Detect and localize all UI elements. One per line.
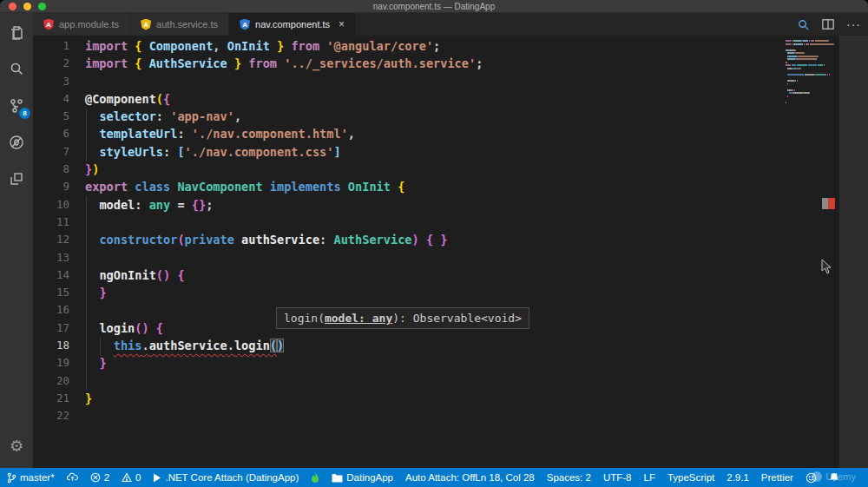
status-label: master* <box>20 472 55 483</box>
status-datingapp[interactable]: DatingApp <box>332 472 393 483</box>
status-publish-icon[interactable] <box>67 472 78 483</box>
close-window-button[interactable] <box>9 3 16 10</box>
bell-icon <box>829 472 839 484</box>
line-text: @Component({ <box>69 90 170 108</box>
line-text <box>69 372 85 390</box>
tab-label: nav.component.ts <box>255 19 330 30</box>
status-master[interactable]: master* <box>7 472 55 484</box>
code-line[interactable]: 5 selector: 'app-nav', <box>33 108 868 125</box>
smiley-icon <box>806 472 817 484</box>
code-line[interactable]: 21} <box>33 390 868 407</box>
zoom-window-button[interactable] <box>38 3 46 10</box>
code-line[interactable]: 4@Component({ <box>33 90 868 108</box>
line-number: 11 <box>33 214 69 231</box>
tab-app.module.ts[interactable]: Aapp.module.ts <box>33 13 130 36</box>
status-auto-attach-off[interactable]: Auto Attach: Off <box>405 472 475 483</box>
status-label: 2 <box>104 472 109 483</box>
line-number: 17 <box>33 319 69 337</box>
branch-icon <box>7 472 16 484</box>
status-smiley-icon[interactable] <box>806 472 817 484</box>
status-net-core-attach-datingapp[interactable]: .NET Core Attach (DatingApp) <box>153 472 299 483</box>
line-number: 14 <box>33 267 69 284</box>
code-line[interactable]: 18 this.authService.login() <box>33 337 868 354</box>
line-number: 21 <box>33 390 69 407</box>
tab-label: auth.service.ts <box>156 19 218 30</box>
line-text: } <box>69 354 107 372</box>
code-line[interactable]: 20 <box>33 372 868 390</box>
tab-nav.component.ts[interactable]: Anav.component.ts× <box>229 13 356 36</box>
line-text: constructor(private authService: AuthSer… <box>69 231 447 248</box>
code-line[interactable]: 15 } <box>33 284 868 301</box>
minimize-window-button[interactable] <box>23 3 31 10</box>
line-text: styleUrls: ['./nav.component.css'] <box>69 143 341 161</box>
status-label: DatingApp <box>346 472 393 483</box>
status-lf[interactable]: LF <box>644 472 655 483</box>
code-line[interactable]: 22 <box>33 407 868 424</box>
status-label: TypeScript <box>667 472 714 483</box>
line-text: } <box>69 284 107 301</box>
status-label: UTF-8 <box>603 472 632 483</box>
line-text: model: any = {}; <box>69 196 213 214</box>
angular-file-icon: A <box>240 19 250 30</box>
more-actions-icon[interactable]: ··· <box>846 17 861 31</box>
status-ln-18-col-28[interactable]: Ln 18, Col 28 <box>475 472 534 483</box>
line-number: 12 <box>33 231 69 248</box>
code-line[interactable]: 9export class NavComponent implements On… <box>33 178 868 195</box>
line-number: 2 <box>33 55 69 72</box>
open-preview-icon[interactable] <box>797 18 810 31</box>
folder-icon <box>332 473 343 483</box>
split-editor-icon[interactable] <box>822 18 834 30</box>
status-utf-8[interactable]: UTF-8 <box>603 472 632 483</box>
status-0[interactable]: 0 <box>122 472 141 483</box>
code-line[interactable]: 6 templateUrl: './nav.component.html', <box>33 125 868 142</box>
status-2[interactable]: 2 <box>90 472 109 483</box>
indent-guide <box>100 337 101 355</box>
tab-auth.service.ts[interactable]: Aauth.service.ts <box>130 13 229 36</box>
settings-gear-icon[interactable]: ⚙ <box>0 437 33 456</box>
status-label: 0 <box>135 472 141 483</box>
status-typescript[interactable]: TypeScript <box>667 472 714 483</box>
code-line[interactable]: 1import { Component, OnInit } from '@ang… <box>33 37 868 55</box>
status-bar: master*20.NET Core Attach (DatingApp)Dat… <box>0 468 868 487</box>
code-line[interactable]: 11 <box>33 214 868 231</box>
line-number: 19 <box>33 354 69 372</box>
line-text <box>69 249 85 267</box>
code-line[interactable]: 14 ngOnInit() { <box>33 267 868 284</box>
traffic-lights <box>9 3 46 10</box>
line-text: selector: 'app-nav', <box>69 108 241 125</box>
code-line[interactable]: 3 <box>33 73 868 90</box>
window-title: nav.component.ts — DatingApp <box>373 2 495 11</box>
code-line[interactable]: 8}) <box>33 161 868 178</box>
status-spaces-2[interactable]: Spaces: 2 <box>547 472 591 483</box>
explorer-icon[interactable] <box>7 23 26 43</box>
overview-marker <box>822 198 828 209</box>
status-flame-icon[interactable] <box>311 472 319 484</box>
extensions-icon[interactable] <box>7 169 26 188</box>
search-icon[interactable] <box>7 60 26 79</box>
debug-icon[interactable] <box>7 133 26 152</box>
line-text: } <box>69 390 92 407</box>
flame-icon <box>311 472 319 484</box>
status-prettier[interactable]: Prettier <box>761 472 793 483</box>
code-line[interactable]: 19 } <box>33 354 868 372</box>
warnings-icon <box>122 472 132 483</box>
code-line[interactable]: 13 <box>33 249 868 267</box>
status-2-9-1[interactable]: 2.9.1 <box>727 472 749 483</box>
line-text <box>69 301 85 319</box>
minimap[interactable] <box>786 40 838 108</box>
code-line[interactable]: 12 constructor(private authService: Auth… <box>33 231 868 248</box>
line-number: 3 <box>33 73 69 90</box>
line-number: 20 <box>33 372 69 390</box>
code-area[interactable]: 1import { Component, OnInit } from '@ang… <box>33 37 868 425</box>
line-text: export class NavComponent implements OnI… <box>69 178 404 195</box>
source-control-icon[interactable]: 8 <box>7 96 26 115</box>
editor-content[interactable]: 1import { Component, OnInit } from '@ang… <box>33 36 868 468</box>
line-number: 22 <box>33 407 69 424</box>
title-bar: nav.component.ts — DatingApp <box>0 0 868 13</box>
code-line[interactable]: 7 styleUrls: ['./nav.component.css'] <box>33 143 868 161</box>
code-line[interactable]: 2import { AuthService } from '../_servic… <box>33 55 868 72</box>
status-bell-icon[interactable] <box>829 472 839 484</box>
close-tab-icon[interactable]: × <box>339 18 345 30</box>
code-line[interactable]: 10 model: any = {}; <box>33 196 868 214</box>
angular-file-icon: A <box>141 19 151 30</box>
